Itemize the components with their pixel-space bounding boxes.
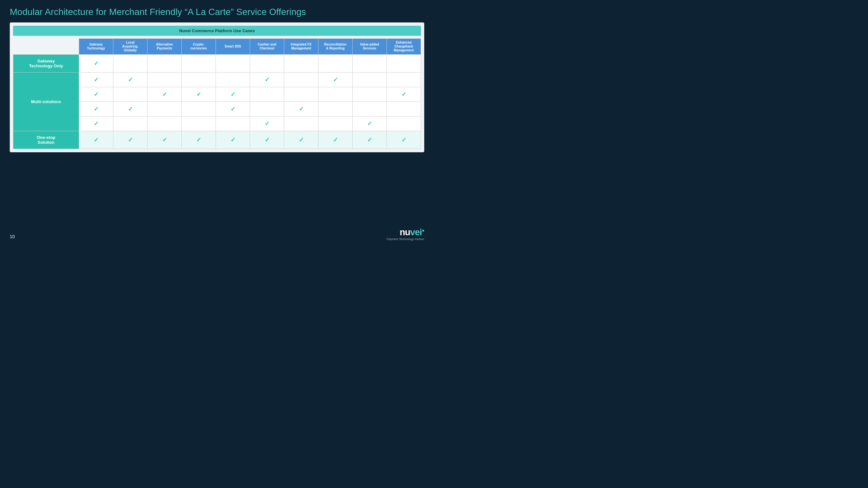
check-icon: ✓ [94,120,99,127]
cell-m3-1: ✓ [79,101,113,116]
cell-m1-6: ✓ [250,72,284,87]
cell-go-8 [318,54,352,72]
cell-m3-10 [387,101,421,116]
check-icon: ✓ [230,137,236,143]
check-icon: ✓ [162,137,167,143]
check-icon: ✓ [299,137,304,143]
row-one-stop: One-stopSolution ✓ ✓ ✓ ✓ ✓ ✓ ✓ ✓ ✓ ✓ [13,131,421,149]
check-icon: ✓ [94,91,99,98]
main-content: Nuvei Commerce Platform Use Cases Gatewa… [10,23,424,152]
cell-m2-9 [352,87,387,101]
cell-os-7: ✓ [284,131,318,149]
col-header-gateway: GatewayTechnology [79,38,113,54]
cell-m4-10 [387,116,421,131]
logo-area: nuvei● Payment Technology Partner [387,227,424,241]
check-icon: ✓ [333,76,338,83]
check-icon: ✓ [265,137,270,143]
cell-m4-3 [148,116,182,131]
cell-m2-8 [318,87,352,101]
cell-m3-4 [182,101,216,116]
check-icon: ✓ [128,106,133,112]
cell-go-3 [148,54,182,72]
row-label-gateway-only: GatewayTechnology Only [13,54,79,72]
cell-os-10: ✓ [387,131,421,149]
page-number: 10 [10,234,15,239]
check-icon: ✓ [367,120,372,127]
row-label-multi-solutions: Multi-solutions [13,72,79,131]
cell-m2-5: ✓ [216,87,250,101]
cell-m3-5: ✓ [216,101,250,116]
cell-m2-4: ✓ [182,87,216,101]
cell-os-5: ✓ [216,131,250,149]
cell-m1-2: ✓ [113,72,148,87]
logo-tagline: Payment Technology Partner [387,237,424,241]
cell-m4-8 [318,116,352,131]
platform-header: Nuvei Commerce Platform Use Cases [13,26,421,36]
cell-os-3: ✓ [148,131,182,149]
check-icon: ✓ [333,137,338,143]
cell-m4-2 [113,116,148,131]
check-icon: ✓ [94,60,99,67]
cell-go-5 [216,54,250,72]
col-header-alt-payments: AlternativePayments [148,38,182,54]
row-label-one-stop: One-stopSolution [13,131,79,149]
cell-m1-7 [284,72,318,87]
logo-text: nuvei● [400,227,424,237]
check-icon: ✓ [401,137,406,143]
check-icon: ✓ [265,120,270,127]
logo: nuvei● [387,227,424,237]
cell-m3-2: ✓ [113,101,148,116]
check-icon: ✓ [196,137,201,143]
check-icon: ✓ [94,76,99,83]
cell-m2-7 [284,87,318,101]
col-header-local: LocalAcquiring,Globally [113,38,148,54]
cell-m2-2 [113,87,148,101]
cell-go-2 [113,54,148,72]
cell-m3-8 [318,101,352,116]
cell-m4-9: ✓ [352,116,387,131]
comparison-table: GatewayTechnology LocalAcquiring,Globall… [13,38,421,149]
check-icon: ✓ [128,76,133,83]
cell-m2-3: ✓ [148,87,182,101]
cell-os-8: ✓ [318,131,352,149]
check-icon: ✓ [196,91,201,98]
row-gateway-only: GatewayTechnology Only ✓ [13,54,421,72]
cell-m3-3 [148,101,182,116]
row-multi-1: Multi-solutions ✓ ✓ ✓ ✓ [13,72,421,87]
cell-m2-10: ✓ [387,87,421,101]
cell-go-4 [182,54,216,72]
cell-m1-9 [352,72,387,87]
col-header-value-added: Value-addedServices [352,38,387,54]
cell-m3-6 [250,101,284,116]
cell-m1-4 [182,72,216,87]
check-icon: ✓ [94,137,99,143]
cell-os-6: ✓ [250,131,284,149]
col-header-reconciliation: Reconciliation& Reporting [318,38,352,54]
page: Modular Architecture for Merchant Friend… [0,0,434,244]
cell-m1-8: ✓ [318,72,352,87]
cell-os-4: ✓ [182,131,216,149]
col-header-smart3ds: Smart 3DS [216,38,250,54]
cell-m3-9 [352,101,387,116]
cell-m2-1: ✓ [79,87,113,101]
col-header-fx: Integrated FXManagement [284,38,318,54]
page-title: Modular Architecture for Merchant Friend… [0,0,434,21]
cell-m4-4 [182,116,216,131]
cell-os-9: ✓ [352,131,387,149]
cell-m1-3 [148,72,182,87]
cell-os-1: ✓ [79,131,113,149]
check-icon: ✓ [162,91,167,98]
check-icon: ✓ [230,106,236,112]
cell-go-7 [284,54,318,72]
check-icon: ✓ [230,91,236,98]
cell-m4-1: ✓ [79,116,113,131]
cell-m1-1: ✓ [79,72,113,87]
check-icon: ✓ [128,137,133,143]
table-container: GatewayTechnology LocalAcquiring,Globall… [13,38,421,149]
cell-go-1: ✓ [79,54,113,72]
check-icon: ✓ [265,76,270,83]
cell-m1-10 [387,72,421,87]
check-icon: ✓ [299,106,304,112]
cell-m2-6 [250,87,284,101]
cell-m4-6: ✓ [250,116,284,131]
